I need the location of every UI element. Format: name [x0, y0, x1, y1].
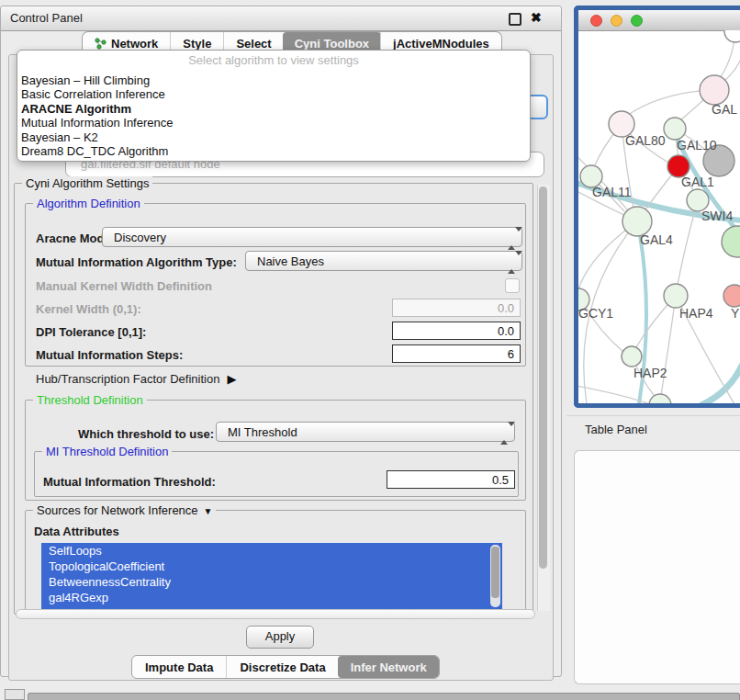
tab-label: jActiveMNodules	[393, 37, 489, 51]
cyni-algorithm-settings-title: Cyni Algorithm Settings	[22, 176, 152, 190]
algorithm-dropdown-placeholder: Select algorithm to view settings	[17, 53, 530, 67]
lower-window-edge	[28, 693, 740, 700]
node-label: HAP4	[679, 306, 713, 321]
apply-button[interactable]: Apply	[246, 626, 314, 649]
mi-algorithm-type-value: Naive Bayes	[257, 254, 324, 268]
algorithm-option[interactable]: Bayesian – K2	[21, 130, 526, 144]
network-node[interactable]	[723, 285, 740, 307]
dpi-tolerance-label: DPI Tolerance [0,1]:	[36, 325, 146, 339]
aracne-mode-value: Discovery	[114, 231, 166, 244]
aracne-mode-select[interactable]: Discovery	[102, 227, 522, 247]
algorithm-option[interactable]: ARACNE Algorithm	[21, 102, 526, 116]
mi-threshold-field[interactable]	[387, 470, 515, 489]
node-label: GAL10	[677, 138, 717, 152]
data-attributes-label: Data Attributes	[34, 525, 119, 538]
which-threshold-value: MI Threshold	[228, 425, 297, 439]
zoom-traffic-light[interactable]	[631, 15, 643, 27]
mi-threshold-title: MI Threshold Definition	[42, 445, 172, 458]
panel-divider	[566, 415, 740, 416]
kernel-width-field[interactable]	[392, 299, 521, 317]
network-node[interactable]	[724, 30, 740, 42]
mi-threshold-label: Mutual Information Threshold:	[43, 475, 216, 489]
mi-steps-label: Mutual Information Steps:	[36, 348, 183, 362]
close-traffic-light[interactable]	[590, 15, 602, 27]
node-label: GCY1	[578, 306, 613, 321]
network-titlebar	[578, 10, 740, 31]
node-label: GAL	[712, 102, 737, 117]
hub-definition-expander[interactable]: Hub/Transcription Factor Definition▶	[36, 372, 236, 386]
attributes-scrollbar-thumb[interactable]	[491, 547, 499, 598]
table-panel-window: ⚙ ✓ ✓ shared… name YDL19…YDL19…13YDR27…Y…	[574, 450, 740, 684]
node-label: GAL80	[625, 133, 666, 148]
data-attribute-item[interactable]: BetweennessCentrality	[41, 574, 502, 590]
kernel-width-label: Kernel Width (0,1):	[36, 302, 141, 316]
network-view-window: GALGAL80GAL10GAL1GAL11SWI4GAL4GCY1HAP4YH…	[574, 6, 740, 408]
manual-kernel-width-label: Manual Kernel Width Definition	[36, 279, 212, 293]
network-node[interactable]	[722, 226, 740, 257]
node-label: SWI4	[701, 209, 733, 223]
tab-label: Style	[183, 37, 211, 51]
data-attribute-item[interactable]: gal4RGexp	[41, 590, 502, 605]
threshold-definition-title: Threshold Definition	[33, 393, 147, 407]
control-panel-title: Control Panel	[10, 11, 83, 25]
lower-window-icon[interactable]	[5, 689, 25, 700]
bottom-tab-infer-network[interactable]: Infer Network	[338, 656, 440, 678]
settings-vertical-scrollbar-thumb[interactable]	[539, 186, 547, 569]
manual-kernel-width-checkbox[interactable]	[505, 278, 520, 293]
close-icon[interactable]: ✖	[531, 10, 542, 25]
node-label: GAL11	[592, 185, 632, 199]
sources-title-text: Sources for Network Inference	[37, 503, 198, 517]
combo-stepper-icon	[508, 231, 515, 245]
sources-title[interactable]: Sources for Network Inference▼	[33, 503, 216, 517]
mi-algorithm-type-label: Mutual Information Algorithm Type:	[36, 255, 237, 269]
algorithm-option[interactable]: Mutual Information Inference	[21, 116, 526, 130]
network-node[interactable]	[664, 118, 686, 140]
network-node[interactable]	[664, 284, 688, 308]
algorithm-dropdown-popup: Select algorithm to view settings Bayesi…	[17, 50, 531, 162]
node-label: HAP2	[633, 366, 667, 380]
data-attribute-item[interactable]: TopologicalCoefficient	[41, 559, 502, 574]
dpi-tolerance-field[interactable]	[392, 322, 521, 340]
node-label: GAL1	[681, 175, 714, 189]
data-attribute-item[interactable]: SelfLoops	[41, 543, 502, 559]
screen: Control Panel ✖ NetworkStyleSelectCyni T…	[0, 0, 740, 700]
mi-steps-field[interactable]	[392, 344, 521, 363]
combo-stepper-icon	[508, 255, 515, 269]
combo-stepper-icon	[500, 426, 508, 440]
network-node[interactable]	[649, 394, 671, 403]
bottom-tab-impute-data[interactable]: Impute Data	[132, 656, 226, 678]
control-panel-titlebar: Control Panel ✖	[1, 6, 561, 31]
node-label: Y	[731, 306, 740, 321]
network-canvas[interactable]: GALGAL80GAL10GAL1GAL11SWI4GAL4GCY1HAP4YH…	[578, 30, 740, 403]
network-node[interactable]	[622, 346, 642, 367]
bottom-tabbar: Impute DataDiscretize DataInfer Network	[131, 655, 440, 679]
mi-algorithm-type-select[interactable]: Naive Bayes	[245, 251, 522, 271]
algorithm-option[interactable]: Dream8 DC_TDC Algorithm	[21, 144, 526, 158]
network-icon	[95, 38, 107, 50]
minimize-traffic-light[interactable]	[611, 15, 622, 27]
settings-horizontal-scrollbar[interactable]	[16, 609, 535, 619]
table-panel-title: Table Panel	[585, 423, 647, 436]
algorithm-option[interactable]: Basic Correlation Inference	[21, 87, 526, 101]
which-threshold-select[interactable]: MI Threshold	[216, 422, 515, 442]
data-attributes-list[interactable]: SelfLoopsTopologicalCoefficientBetweenne…	[41, 543, 502, 609]
hub-definition-label: Hub/Transcription Factor Definition	[36, 372, 219, 386]
tab-label: Select	[236, 37, 271, 51]
which-threshold-label: Which threshold to use:	[78, 427, 214, 441]
collapse-down-icon: ▼	[204, 506, 213, 516]
tab-label: Cyni Toolbox	[295, 37, 369, 51]
expand-right-icon: ▶	[227, 372, 236, 386]
tab-label: Network	[111, 37, 158, 51]
algorithm-dropdown-list: Bayesian – Hill ClimbingBasic Correlatio…	[21, 73, 526, 158]
network-node[interactable]	[700, 75, 729, 105]
algorithm-definition-title: Algorithm Definition	[33, 197, 144, 210]
float-window-icon[interactable]	[509, 13, 521, 26]
algorithm-option[interactable]: Bayesian – Hill Climbing	[21, 73, 526, 87]
node-label: GAL4	[640, 232, 673, 247]
bottom-tab-discretize-data[interactable]: Discretize Data	[226, 656, 338, 678]
